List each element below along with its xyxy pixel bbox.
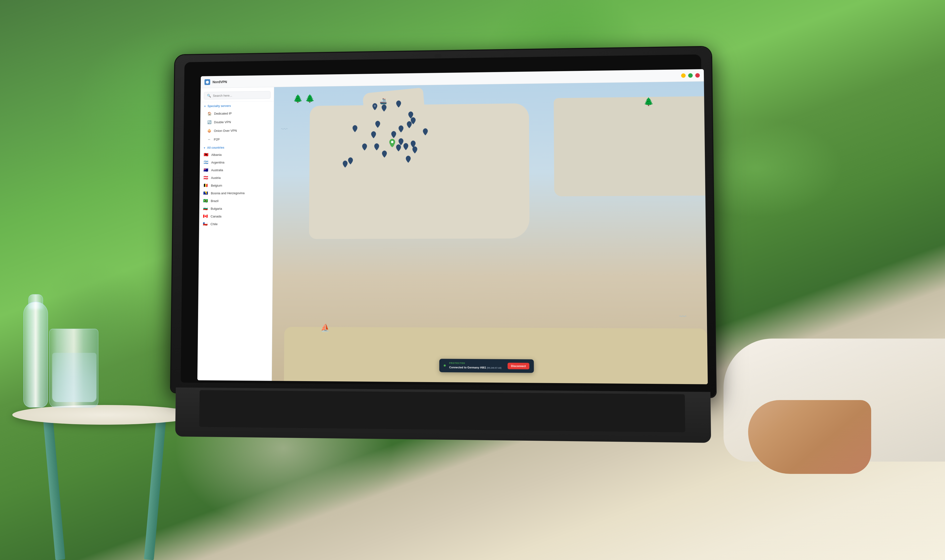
- australia-flag-icon: 🇦🇺: [203, 168, 209, 172]
- country-albania[interactable]: 🇦🇱 Albania: [200, 150, 273, 159]
- chile-name: Chile: [211, 222, 217, 226]
- dedicated-ip-item[interactable]: 🏠 Dedicated IP: [200, 109, 274, 118]
- connection-server-text: Connected to Germany #661 (98.240.57.44): [449, 366, 501, 369]
- austria-flag-icon: 🇦🇹: [203, 176, 209, 180]
- app-content: 🔍 ▼ Specialty servers 🏠: [197, 82, 708, 384]
- connection-bar: PROTECTED Connected to Germany #661 (98.…: [439, 359, 534, 373]
- onion-icon: 🧅: [207, 128, 211, 133]
- water-bottle: [20, 289, 52, 408]
- search-icon: 🔍: [207, 94, 211, 98]
- argentina-name: Argentina: [211, 160, 225, 164]
- eastern-europe: [554, 96, 705, 196]
- austria-name: Austria: [211, 176, 220, 180]
- argentina-flag-icon: 🇦🇷: [203, 160, 209, 165]
- country-bosnia[interactable]: 🇧🇦 Bosnia and Herzegovina: [199, 189, 273, 197]
- glass-body: [49, 329, 99, 408]
- double-vpn-icon: 🔄: [207, 120, 212, 125]
- bulgaria-name: Bulgaria: [211, 207, 222, 210]
- europe-landmass: [309, 103, 529, 239]
- dedicated-ip-label: Dedicated IP: [214, 111, 232, 115]
- country-belgium[interactable]: 🇧🇪 Belgium: [200, 181, 273, 189]
- p2p-icon: ↔: [207, 137, 211, 142]
- laptop-keyboard: [199, 390, 685, 432]
- country-bulgaria[interactable]: 🇧🇬 Bulgaria: [199, 205, 273, 212]
- onion-over-vpn-item[interactable]: 🧅 Onion Over VPN: [200, 126, 273, 135]
- countries-section-label: All countries: [207, 146, 224, 149]
- laptop-base: [175, 388, 711, 443]
- dedicated-ip-icon: 🏠: [207, 111, 212, 116]
- brazil-name: Brazil: [211, 199, 219, 203]
- all-countries-header[interactable]: ▼ All countries: [200, 143, 274, 151]
- tree-icon-1: 🌲: [293, 94, 303, 103]
- bosnia-flag-icon: 🇧🇦: [203, 191, 208, 195]
- tree-icon-2: 🌲: [305, 94, 315, 103]
- country-brazil[interactable]: 🇧🇷 Brazil: [199, 197, 273, 205]
- title-bar-left: NordVPN: [205, 79, 227, 85]
- protected-badge: PROTECTED: [449, 362, 504, 365]
- table-leg-right: [144, 417, 166, 560]
- window-controls: [681, 73, 700, 78]
- sailboat-icon: ⛵: [321, 323, 330, 332]
- disconnect-button[interactable]: Disconnect: [508, 363, 529, 369]
- australia-name: Australia: [211, 168, 223, 172]
- canada-name: Canada: [211, 214, 222, 218]
- ship-icon: 🚢: [380, 98, 387, 105]
- canada-flag-icon: 🇨🇦: [203, 214, 208, 218]
- bottle-body: [23, 302, 48, 408]
- country-chile[interactable]: 🇨🇱 Chile: [199, 220, 273, 228]
- search-input[interactable]: [213, 93, 268, 97]
- nordvpn-app: NordVPN: [197, 69, 708, 384]
- laptop-screen-outer: NordVPN: [171, 47, 716, 397]
- water-glass: [49, 324, 99, 408]
- bosnia-name: Bosnia and Herzegovina: [211, 191, 245, 195]
- search-bar: 🔍: [200, 87, 274, 102]
- onion-vpn-label: Onion Over VPN: [214, 129, 237, 132]
- countries-chevron-icon: ▼: [203, 146, 206, 149]
- belgium-flag-icon: 🇧🇪: [203, 183, 208, 188]
- connection-ip: (98.240.57.44): [487, 367, 501, 369]
- specialty-chevron-icon: ▼: [204, 105, 206, 108]
- search-input-wrap[interactable]: 🔍: [204, 91, 271, 100]
- table-top: [12, 405, 197, 425]
- albania-name: Albania: [211, 153, 222, 157]
- p2p-item[interactable]: ↔ P2P: [200, 134, 274, 144]
- nord-shield-icon: [206, 80, 209, 84]
- country-canada[interactable]: 🇨🇦 Canada: [199, 212, 273, 220]
- belgium-name: Belgium: [211, 183, 222, 187]
- countries-list: 🇦🇱 Albania 🇦🇷 Argentina 🇦🇺 Australia: [197, 150, 273, 381]
- wave-icon-1: 〰: [281, 126, 288, 134]
- nordvpn-logo-icon: [205, 79, 210, 85]
- wave-icon-2: 〰: [679, 312, 686, 321]
- country-argentina[interactable]: 🇦🇷 Argentina: [200, 158, 273, 166]
- webcam: [434, 54, 442, 58]
- specialty-servers-header[interactable]: ▼ Specialty servers: [200, 102, 274, 109]
- maximize-button[interactable]: [688, 73, 693, 77]
- sidebar: 🔍 ▼ Specialty servers 🏠: [197, 87, 274, 381]
- table-leg-left: [43, 417, 65, 560]
- glass-water: [52, 353, 97, 402]
- laptop-screen: NordVPN: [197, 69, 708, 384]
- connection-info: PROTECTED Connected to Germany #661 (98.…: [449, 362, 504, 370]
- p2p-label: P2P: [214, 137, 220, 141]
- close-button[interactable]: [695, 73, 700, 77]
- status-indicator: [444, 365, 446, 367]
- map-area: 🌲 🌲 🌲 🚢 ⛵ 〰 〰: [272, 82, 708, 384]
- chile-flag-icon: 🇨🇱: [203, 222, 208, 226]
- double-vpn-label: Double VPN: [214, 120, 231, 124]
- specialty-section-label: Specialty servers: [208, 104, 231, 108]
- albania-flag-icon: 🇦🇱: [203, 153, 209, 157]
- brazil-flag-icon: 🇧🇷: [203, 199, 208, 203]
- country-australia[interactable]: 🇦🇺 Australia: [200, 166, 273, 174]
- minimize-button[interactable]: [681, 73, 686, 78]
- arm-hand: [748, 400, 871, 474]
- bulgaria-flag-icon: 🇧🇬: [203, 207, 208, 211]
- laptop-bezel: NordVPN: [181, 54, 705, 387]
- tree-icon-3: 🌲: [643, 97, 654, 106]
- country-austria[interactable]: 🇦🇹 Austria: [200, 174, 273, 182]
- laptop: NordVPN: [170, 47, 716, 448]
- double-vpn-item[interactable]: 🔄 Double VPN: [200, 117, 274, 126]
- app-title: NordVPN: [212, 80, 227, 84]
- north-africa: [284, 327, 708, 384]
